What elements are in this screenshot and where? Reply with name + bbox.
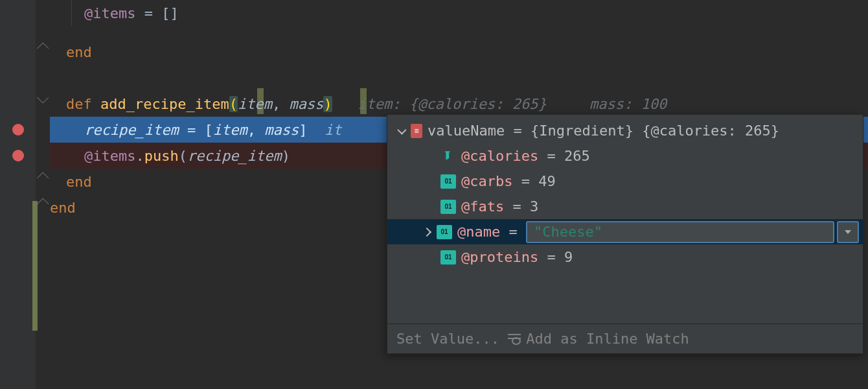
pinned-field-icon [440,149,456,163]
field-name: @proteins [461,249,538,265]
dot: . [135,148,144,164]
var-row-root[interactable]: valueName = {Ingredient} {@calories: 265… [387,118,863,143]
code-editor[interactable]: @items = [] end def add_recipe_item ( it… [0,0,868,389]
number-field-icon: 01 [437,225,452,239]
keyword-end: end [66,174,92,190]
var-row-proteins[interactable]: 01 @proteins = 9 [387,244,863,270]
number-field-icon: 01 [440,200,456,214]
paren-open: ( [229,96,238,112]
field-value: 265 [564,148,590,164]
field-name: @calories [461,148,538,164]
var-type: {Ingredient} [531,123,642,139]
var-row-calories[interactable]: @calories = 265 [387,143,863,169]
paren-open: ( [179,148,187,164]
value-edit-cell[interactable] [526,221,834,243]
field-name: @carbs [461,173,512,189]
var-value: {@calories: 265} [642,123,779,139]
method-name: add_recipe_item [100,96,229,112]
keyword-end: end [66,44,92,60]
param-mass: mass [264,122,299,138]
object-icon [411,124,422,138]
var-row-name-editing[interactable]: 01 @name = [387,219,863,244]
field-value: 49 [538,173,556,189]
method-call: push [144,148,179,164]
paren-close: ) [323,96,332,112]
instance-variable: @items [84,5,135,21]
fold-close-icon[interactable] [37,171,47,182]
local-var: recipe_item [84,122,179,138]
var-name: valueName [428,123,505,139]
code-line[interactable]: def add_recipe_item ( item , mass ) item… [66,91,868,117]
breakpoint-dot[interactable] [12,150,24,161]
code-line[interactable]: end [66,39,868,65]
fold-close-icon[interactable] [37,197,47,207]
inline-watch-icon [508,333,522,346]
value-edit-dropdown[interactable] [837,221,859,243]
equals: = [500,224,526,240]
debug-value-tooltip[interactable]: valueName = {Ingredient} {@calories: 265… [387,114,863,354]
var-row-carbs[interactable]: 01 @carbs = 49 [387,169,863,194]
add-inline-watch-action[interactable]: Add as Inline Watch [526,331,689,347]
param-item: item [213,122,247,138]
equals: = [538,249,564,265]
comma: , [272,96,290,112]
field-name: @fats [461,198,504,215]
keyword-end: end [50,200,76,216]
inline-hint: item: {@calories: 265} mass: 100 [332,96,667,112]
breakpoint-dot[interactable] [12,124,24,136]
bracket-open: [ [204,122,212,138]
tooltip-body: valueName = {Ingredient} {@calories: 265… [387,115,863,324]
gutter[interactable] [0,0,36,389]
code-line[interactable]: @items = [] [84,0,868,26]
paren-close: ) [282,148,290,164]
value-edit-input[interactable] [534,224,827,240]
array-literal: [] [161,5,179,21]
equals: = [504,198,530,215]
number-field-icon: 01 [440,250,456,265]
expand-toggle-icon[interactable] [394,124,408,138]
field-value: 3 [530,198,538,215]
fold-close-icon[interactable] [37,41,47,52]
operator: = [135,5,161,21]
field-value: 9 [564,249,573,265]
bracket-close: ] [299,122,307,138]
equals: = [505,123,531,139]
set-value-action[interactable]: Set Value... [396,331,508,347]
param-item: item [238,96,272,112]
comma: , [247,122,265,138]
var-row-fats[interactable]: 01 @fats = 3 [387,194,863,219]
equals: = [512,173,538,189]
argument: recipe_item [187,148,282,164]
expand-toggle-icon[interactable] [420,225,434,239]
operator: = [179,122,205,138]
equals: = [538,148,564,164]
inline-hint-truncated: it [307,122,341,138]
fold-open-icon[interactable] [37,93,47,104]
instance-variable: @items [84,148,135,164]
param-mass: mass [289,96,323,112]
number-field-icon: 01 [440,174,456,189]
field-name: @name [457,224,500,240]
tooltip-footer: Set Value... Add as Inline Watch [387,324,863,353]
keyword-def: def [66,96,100,112]
